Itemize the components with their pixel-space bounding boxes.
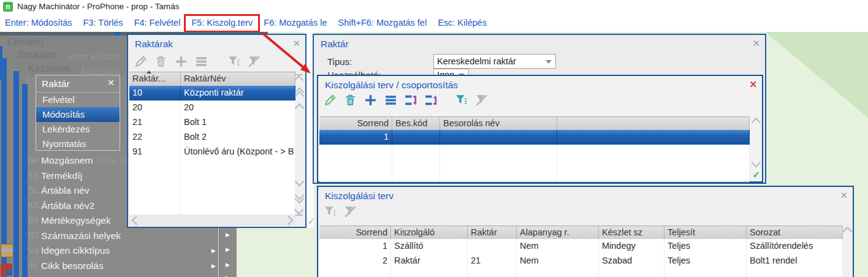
scroll-to-top-button[interactable]: [295, 74, 303, 83]
menu-enter-modositas[interactable]: Enter: Módosítás: [4, 17, 74, 29]
column-header-sorrend[interactable]: Sorrend: [319, 117, 392, 131]
column-header-sorozat[interactable]: Sorozat: [747, 226, 843, 240]
scroll-left-icon[interactable]: [132, 215, 142, 225]
table-row-empty[interactable]: [319, 145, 750, 160]
column-header-sorrend[interactable]: Sorrend: [319, 226, 391, 240]
sidebar-item-cikk-besorolas[interactable]: Jö Cikk besorolás ▶: [26, 259, 218, 273]
mdi-background-accent: [765, 32, 868, 118]
list-icon[interactable]: [194, 54, 209, 69]
ghost-text: Be: [28, 215, 39, 225]
menu-f6-mozgatas-le[interactable]: F6: Mozgatás le: [262, 17, 328, 29]
table-row-empty[interactable]: [319, 174, 750, 182]
confirm-icon[interactable]: ✓: [752, 169, 760, 180]
scroll-up-button[interactable]: [296, 105, 303, 112]
menu-shift-f6-mozgatas-fel[interactable]: Shift+F6: Mozgatás fel: [337, 17, 428, 29]
menu-f3-torles[interactable]: F3: Törlés: [82, 17, 124, 29]
raktarak-table-header: Raktár... RaktárNév: [129, 72, 295, 86]
popup-item-nyomtatas[interactable]: Nyomtatás: [36, 137, 120, 151]
table-row[interactable]: 22 Bolt 2: [129, 130, 295, 145]
menu-esc-kilepes[interactable]: Esc: Kilépés: [436, 17, 488, 29]
popup-item-lekerdezes[interactable]: Lekérdezés: [36, 122, 120, 137]
column-header-alapanyag[interactable]: Alapanyag r.: [517, 226, 599, 240]
column-header-bes-kod[interactable]: Bes.kód: [392, 117, 440, 131]
move-up-icon[interactable]: [424, 93, 439, 108]
submenu-arrow-icon: ▶: [211, 263, 216, 269]
popup-item-felvetel[interactable]: Felvétel: [36, 93, 120, 107]
scroll-up-button[interactable]: [753, 119, 760, 126]
filter-icon[interactable]: [322, 204, 338, 219]
edit-icon[interactable]: [133, 54, 148, 69]
table-row-empty[interactable]: [319, 268, 843, 277]
add-icon[interactable]: [173, 54, 189, 69]
filter-clear-icon[interactable]: [343, 204, 358, 219]
scroll-down-button[interactable]: [753, 159, 760, 166]
filter-icon[interactable]: [226, 54, 242, 69]
edit-icon[interactable]: [322, 93, 338, 108]
menu-f5-kiszolg-terv[interactable]: F5: Kiszolg.terv: [190, 17, 254, 29]
list-icon[interactable]: [383, 93, 398, 108]
popup-item-modositas[interactable]: Módosítás: [36, 107, 120, 122]
scroll-down-button[interactable]: [296, 178, 303, 185]
delete-icon[interactable]: [343, 93, 358, 108]
table-row[interactable]: 20 20: [129, 101, 295, 116]
column-header-raktar[interactable]: Raktár...: [129, 72, 181, 86]
raktarak-window-title: Raktárak: [135, 39, 173, 50]
delete-icon[interactable]: [153, 54, 169, 69]
table-row[interactable]: 1 Szállító Nem Mindegy Teljes Szállítóre…: [319, 239, 843, 254]
filter-clear-icon[interactable]: [474, 93, 489, 108]
column-header-blank[interactable]: [557, 117, 750, 131]
scroll-page-down-button[interactable]: [296, 192, 303, 202]
products-icon: [1, 264, 12, 276]
chevron-down-icon: [546, 60, 552, 64]
table-row[interactable]: 1: [319, 130, 750, 145]
add-icon[interactable]: [363, 93, 378, 108]
table-row-empty[interactable]: [319, 159, 750, 175]
column-header-besorolas-nev[interactable]: Besorolás név: [440, 117, 557, 131]
table-row[interactable]: 2 Raktár 21 Nem Szabad Teljes Bolt1 rend…: [319, 254, 843, 269]
ghost-text: Vá: [28, 245, 39, 255]
close-icon[interactable]: ✕: [752, 38, 760, 49]
sidebar-item-gyartasi-szam[interactable]: Gyártási szám paraméterek: [26, 273, 218, 277]
window-border-stripe: [13, 71, 19, 277]
close-icon[interactable]: ✕: [749, 79, 757, 90]
scroll-to-bottom-button[interactable]: [295, 207, 303, 217]
scroll-up-button[interactable]: [844, 228, 851, 235]
table-row-empty[interactable]: [129, 189, 295, 204]
table-row-empty[interactable]: [129, 174, 295, 189]
submenu-arrow-icon: ▶: [226, 232, 230, 238]
sidebar-title-keszletek: Készletek: [28, 63, 70, 74]
column-header-raktarnev[interactable]: RaktárNév: [181, 72, 295, 86]
table-row[interactable]: 21 Bolt 1: [129, 115, 295, 131]
close-icon[interactable]: ✕: [840, 190, 848, 201]
filter-clear-icon[interactable]: [246, 54, 262, 69]
app-logo-icon: n: [3, 2, 13, 12]
horizontal-scrollbar[interactable]: [129, 214, 295, 226]
column-header-raktar[interactable]: Raktár: [468, 226, 517, 240]
menu-f4-felvetel[interactable]: F4: Felvétel: [133, 17, 182, 29]
ghost-text: BT: [28, 230, 39, 240]
sidebar-item-idegen-cikktipus[interactable]: Vá Idegen cikktípus ▶: [26, 243, 218, 258]
ghost-text: KS: [28, 200, 40, 210]
ghost-text: áblák lé: [95, 156, 127, 166]
column-header-teljesit[interactable]: Teljesít: [664, 226, 747, 240]
table-row-empty[interactable]: [129, 159, 295, 175]
column-header-keszlet[interactable]: Készlet sz: [599, 226, 664, 240]
sidebar-item-szarmazasi-helyek[interactable]: BT Származási helyek: [26, 229, 218, 243]
table-row[interactable]: 91 Útonlévő áru (Központ - > B: [129, 145, 295, 160]
ghost-text: Jö: [28, 260, 37, 270]
application-window: n Nagy Machinátor - ProPhone - prop - Ta…: [0, 0, 868, 277]
table-row[interactable]: 10 Központi raktár: [129, 86, 295, 101]
title-bar: n Nagy Machinátor - ProPhone - prop - Ta…: [0, 0, 868, 13]
column-header-kiszolgalo[interactable]: Kiszolgáló: [391, 226, 468, 240]
tipus-dropdown[interactable]: Kereskedelmi raktár: [433, 54, 556, 69]
scroll-right-icon[interactable]: [284, 215, 294, 225]
confirm-icon[interactable]: ✓: [307, 216, 315, 227]
popup-title: Raktár: [42, 78, 70, 89]
submenu-arrow-icon: ▶: [226, 275, 230, 277]
scroll-page-up-button[interactable]: [296, 89, 303, 99]
close-icon[interactable]: ✕: [292, 38, 300, 49]
filter-icon[interactable]: [454, 93, 469, 108]
move-down-icon[interactable]: [403, 93, 419, 108]
close-icon[interactable]: ✕: [107, 78, 115, 88]
raktarak-window: Raktárak ✕ Raktár... RaktárNév 10 Közpon…: [127, 34, 306, 228]
